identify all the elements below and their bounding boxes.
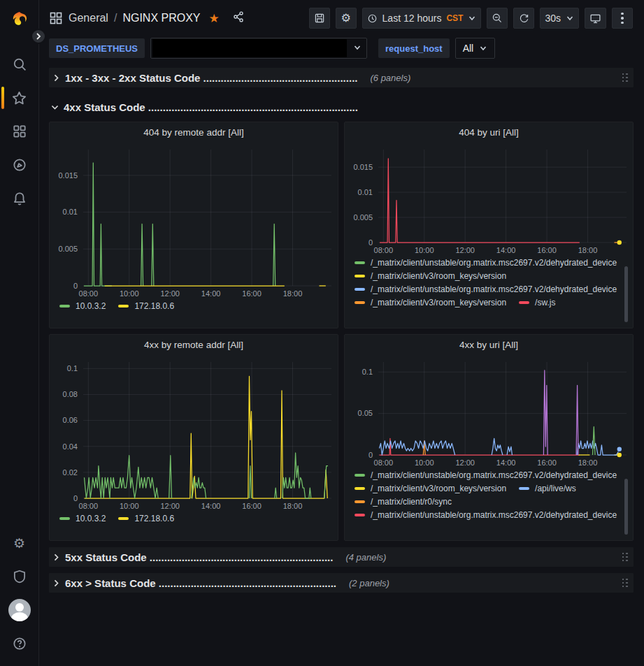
- kebab-menu-icon: [621, 13, 624, 24]
- chart-canvas[interactable]: 00.020.040.060.080.108:0010:0012:0014:00…: [50, 356, 338, 512]
- row-title: 1xx - 3xx - 2xx Status Code ............…: [65, 72, 357, 84]
- svg-text:0.01: 0.01: [63, 208, 78, 216]
- sidebar-item-explore[interactable]: [0, 154, 39, 176]
- share-button[interactable]: [232, 10, 245, 26]
- legend-item[interactable]: /_matrix/client/unstable/org.matrix.msc2…: [355, 284, 617, 294]
- zoom-out-time-button[interactable]: [487, 8, 508, 29]
- row-header-6xx[interactable]: 6xx > Status Code ......................…: [49, 573, 634, 593]
- chevron-down-icon: [468, 14, 476, 22]
- panel-404-by-remote-addr-all-: 404 by remote addr [All]00.0050.010.0150…: [49, 122, 338, 328]
- refresh-icon: [519, 13, 529, 24]
- chevron-down-icon: [353, 43, 362, 52]
- svg-text:0.05: 0.05: [358, 409, 373, 417]
- legend-series-color: [355, 474, 365, 477]
- legend-item[interactable]: /_matrix/client/r0/sync: [355, 497, 452, 507]
- legend-series-label: 172.18.0.6: [134, 301, 174, 311]
- dashboards-grid-icon: [12, 124, 27, 139]
- legend-item[interactable]: 172.18.0.6: [118, 514, 174, 523]
- chart-canvas[interactable]: 00.0050.010.01508:0010:0012:0014:0016:00…: [345, 143, 633, 256]
- variable-select-ds-prometheus[interactable]: [150, 38, 367, 59]
- svg-text:18:00: 18:00: [283, 289, 303, 298]
- panel-title[interactable]: 4xx by uri [All]: [345, 335, 633, 356]
- chevron-down-icon: [566, 14, 574, 22]
- panel-legend: 10.0.3.2172.18.0.6: [59, 514, 334, 523]
- row-header-4xx[interactable]: 4xx Status Code ........................…: [49, 98, 634, 116]
- legend-item[interactable]: /_matrix/client/unstable/org.matrix.msc2…: [355, 258, 617, 268]
- variable-label-request-host[interactable]: request_host: [378, 38, 450, 58]
- time-range-picker[interactable]: Last 12 hours CST: [362, 8, 482, 29]
- sidebar-item-configuration[interactable]: ⚙: [0, 532, 39, 554]
- sidebar-item-server-admin[interactable]: [0, 565, 39, 588]
- svg-text:18:00: 18:00: [283, 502, 303, 510]
- legend-series-color: [118, 517, 129, 520]
- sidebar-item-search[interactable]: [0, 53, 39, 75]
- legend-item[interactable]: 10.0.3.2: [59, 514, 106, 523]
- chart-canvas[interactable]: 00.0050.010.01508:0010:0012:0014:0016:00…: [50, 143, 338, 300]
- legend-series-label: /_matrix/client/unstable/org.matrix.msc2…: [371, 258, 617, 268]
- variable-label-ds-prometheus[interactable]: DS_PROMETHEUS: [49, 38, 145, 58]
- svg-text:18:00: 18:00: [578, 246, 598, 254]
- svg-text:08:00: 08:00: [79, 502, 99, 510]
- legend-item[interactable]: 10.0.3.2: [59, 301, 106, 311]
- legend-item[interactable]: /_matrix/client/v3/room_keys/version: [355, 298, 506, 307]
- favorite-star-icon[interactable]: ★: [209, 11, 220, 26]
- breadcrumb-separator: /: [114, 12, 117, 24]
- legend-item[interactable]: /_matrix/client/unstable/org.matrix.msc2…: [355, 510, 617, 520]
- legend-series-color: [355, 301, 365, 304]
- sidebar-item-profile[interactable]: [0, 599, 39, 621]
- svg-text:12:00: 12:00: [160, 289, 180, 298]
- chevron-right-icon: [52, 553, 61, 562]
- cycle-view-mode-button[interactable]: [585, 8, 606, 29]
- chevron-right-icon: [52, 579, 61, 588]
- svg-text:08:00: 08:00: [79, 289, 99, 298]
- row-header-1xx-3xx-2xx[interactable]: 1xx - 3xx - 2xx Status Code ............…: [49, 68, 634, 87]
- breadcrumb: General / NGINX PROXY ★: [49, 10, 245, 26]
- row-drag-handle[interactable]: [622, 579, 629, 588]
- row-panel-count: (4 panels): [345, 552, 386, 563]
- chevron-down-icon: [50, 103, 59, 112]
- svg-text:12:00: 12:00: [455, 246, 475, 254]
- svg-text:0.08: 0.08: [63, 390, 78, 398]
- sidebar-item-alerting[interactable]: [0, 187, 39, 210]
- legend-scrollbar[interactable]: [624, 266, 628, 322]
- legend-series-label: /sw.js: [535, 298, 555, 307]
- chart-canvas[interactable]: 00.050.108:0010:0012:0014:0016:0018:00: [345, 356, 633, 469]
- legend-item[interactable]: /api/live/ws: [519, 484, 576, 493]
- breadcrumb-folder[interactable]: General: [69, 12, 108, 24]
- legend-item[interactable]: 172.18.0.6: [118, 301, 174, 311]
- refresh-interval-picker[interactable]: 30s: [540, 8, 579, 29]
- legend-series-label: /_matrix/client/v3/room_keys/version: [371, 298, 506, 307]
- variable-select-request-host[interactable]: All: [455, 38, 496, 59]
- more-options-button[interactable]: [612, 8, 633, 29]
- legend-item[interactable]: /_matrix/client/v3/room_keys/version: [355, 271, 506, 281]
- sidebar-item-help[interactable]: [0, 632, 39, 655]
- page-title[interactable]: NGINX PROXY: [122, 12, 200, 24]
- legend-item[interactable]: /_matrix/client/v3/room_keys/version: [355, 484, 506, 493]
- row-panel-count: (2 panels): [349, 578, 389, 588]
- sidebar-item-starred[interactable]: [0, 87, 39, 109]
- save-dashboard-button[interactable]: [309, 8, 330, 29]
- legend-series-color: [355, 500, 365, 503]
- legend-item[interactable]: /sw.js: [519, 298, 555, 307]
- legend-scrollbar[interactable]: [624, 479, 628, 535]
- row-drag-handle[interactable]: [622, 73, 629, 82]
- sidebar-expand-button[interactable]: [31, 29, 46, 44]
- svg-text:18:00: 18:00: [578, 458, 598, 467]
- legend-item[interactable]: /_matrix/client/unstable/org.matrix.msc2…: [355, 470, 617, 480]
- refresh-button[interactable]: [513, 8, 534, 29]
- svg-text:14:00: 14:00: [201, 289, 221, 298]
- panel-legend: /_matrix/client/unstable/org.matrix.msc2…: [355, 258, 629, 317]
- dashboard-settings-button[interactable]: ⚙: [336, 8, 357, 29]
- svg-text:0: 0: [73, 282, 78, 290]
- row-drag-handle[interactable]: [622, 553, 629, 562]
- svg-text:10:00: 10:00: [415, 458, 434, 467]
- panel-title[interactable]: 4xx by remote addr [All]: [50, 335, 338, 356]
- sidebar-item-dashboards[interactable]: [0, 120, 39, 143]
- legend-series-color: [519, 487, 529, 490]
- share-icon: [232, 10, 245, 23]
- panel-title[interactable]: 404 by uri [All]: [345, 122, 633, 143]
- svg-text:14:00: 14:00: [201, 502, 221, 510]
- row-header-5xx[interactable]: 5xx Status Code ........................…: [49, 547, 634, 567]
- legend-series-color: [118, 305, 129, 307]
- panel-title[interactable]: 404 by remote addr [All]: [50, 122, 338, 143]
